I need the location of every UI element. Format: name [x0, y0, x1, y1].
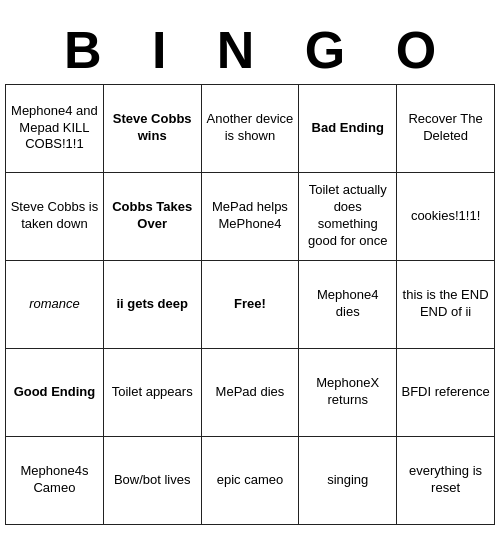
cell-r4-c0: Mephone4s Cameo: [6, 436, 104, 524]
cell-r4-c3: singing: [299, 436, 397, 524]
cell-r2-c3: Mephone4 dies: [299, 260, 397, 348]
cell-r3-c4: BFDI reference: [397, 348, 495, 436]
cell-r4-c1: Bow/bot lives: [103, 436, 201, 524]
cell-r0-c4: Recover The Deleted: [397, 84, 495, 172]
cell-r3-c0: Good Ending: [6, 348, 104, 436]
cell-r1-c1: Cobbs Takes Over: [103, 172, 201, 260]
cell-r3-c2: MePad dies: [201, 348, 299, 436]
cell-r4-c2: epic cameo: [201, 436, 299, 524]
cell-r0-c2: Another device is shown: [201, 84, 299, 172]
cell-r3-c3: MephoneX returns: [299, 348, 397, 436]
cell-r0-c0: Mephone4 and Mepad KILL COBS!1!1: [6, 84, 104, 172]
cell-r0-c3: Bad Ending: [299, 84, 397, 172]
cell-r2-c2: Free!: [201, 260, 299, 348]
bingo-title: B I N G O: [46, 20, 454, 80]
cell-r2-c0: romance: [6, 260, 104, 348]
cell-r2-c4: this is the END END of ii: [397, 260, 495, 348]
cell-r3-c1: Toilet appears: [103, 348, 201, 436]
cell-r2-c1: ii gets deep: [103, 260, 201, 348]
cell-r4-c4: everything is reset: [397, 436, 495, 524]
bingo-grid: Mephone4 and Mepad KILL COBS!1!1Steve Co…: [5, 84, 495, 525]
cell-r1-c4: cookies!1!1!: [397, 172, 495, 260]
cell-r1-c2: MePad helps MePhone4: [201, 172, 299, 260]
cell-r0-c1: Steve Cobbs wins: [103, 84, 201, 172]
cell-r1-c3: Toilet actually does something good for …: [299, 172, 397, 260]
cell-r1-c0: Steve Cobbs is taken down: [6, 172, 104, 260]
